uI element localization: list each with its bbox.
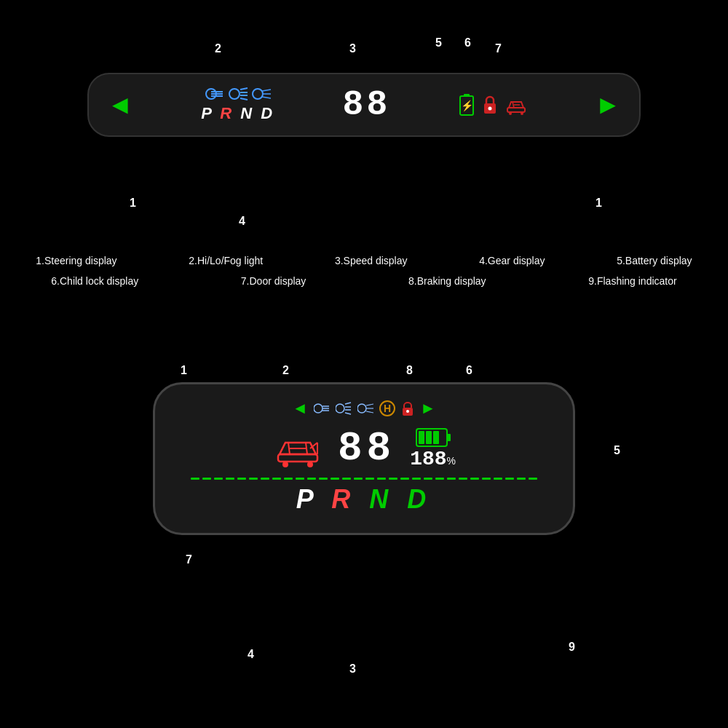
bottom-headlight-hi bbox=[336, 402, 352, 415]
svg-rect-14 bbox=[464, 94, 470, 97]
top-status-icons: ⚡ bbox=[459, 93, 527, 116]
svg-rect-18 bbox=[507, 108, 525, 112]
bottom-label-8: 8 bbox=[406, 364, 413, 377]
bottom-label-2: 2 bbox=[282, 364, 289, 377]
top-label-3: 3 bbox=[349, 42, 356, 55]
svg-line-12 bbox=[262, 97, 271, 98]
bottom-battery-icon bbox=[416, 427, 451, 448]
top-left-arrow: ◄ bbox=[107, 92, 133, 118]
top-speed-section: 88 bbox=[343, 85, 391, 124]
headlight-hi-icon bbox=[229, 87, 248, 101]
bottom-label-3: 3 bbox=[349, 662, 356, 676]
svg-rect-48 bbox=[419, 431, 424, 444]
door-car-icon bbox=[505, 95, 527, 115]
bottom-battery-value: 188 % bbox=[410, 448, 456, 470]
feature-light: 2.Hi/Lo/Fog light bbox=[189, 255, 263, 266]
headlight-lo-icon bbox=[205, 87, 224, 101]
svg-line-33 bbox=[366, 404, 373, 405]
top-right-arrow: ► bbox=[595, 92, 621, 118]
bottom-label-7: 7 bbox=[186, 553, 192, 566]
top-label-4: 4 bbox=[239, 215, 245, 228]
feature-braking: 8.Braking display bbox=[408, 275, 486, 287]
svg-line-35 bbox=[366, 411, 373, 413]
top-label-1-left: 1 bbox=[130, 197, 136, 210]
feature-door: 7.Door display bbox=[241, 275, 306, 287]
svg-point-23 bbox=[314, 404, 323, 413]
bottom-headlight-lo bbox=[314, 402, 330, 415]
top-label-6: 6 bbox=[464, 36, 471, 50]
svg-point-32 bbox=[357, 404, 366, 413]
svg-rect-38 bbox=[278, 454, 317, 462]
svg-line-8 bbox=[240, 98, 248, 100]
svg-point-17 bbox=[488, 107, 491, 111]
bottom-speed-digits: 88 bbox=[338, 425, 395, 472]
svg-point-4 bbox=[229, 89, 240, 99]
svg-point-40 bbox=[307, 462, 313, 467]
bottom-brake-icon: H bbox=[379, 400, 395, 416]
battery-charging-icon: ⚡ bbox=[459, 93, 475, 116]
child-lock-icon bbox=[482, 95, 498, 115]
svg-line-5 bbox=[240, 88, 248, 90]
features-row-1: 1.Steering display 2.Hi/Lo/Fog light 3.S… bbox=[0, 255, 728, 266]
svg-point-9 bbox=[253, 89, 263, 99]
top-gear-prnd: P R N D bbox=[201, 104, 274, 123]
bottom-label-9: 9 bbox=[569, 641, 575, 654]
bottom-left-arrow: ◄ bbox=[292, 399, 308, 418]
feature-gear: 4.Gear display bbox=[479, 255, 545, 266]
bottom-lock-icon bbox=[401, 400, 414, 416]
svg-point-20 bbox=[521, 112, 523, 115]
svg-point-37 bbox=[406, 410, 409, 413]
svg-line-10 bbox=[262, 90, 271, 91]
bottom-main-content: 88 188 % bbox=[177, 425, 551, 472]
top-speed-digits: 88 bbox=[343, 85, 391, 124]
light-icons-row bbox=[205, 87, 271, 101]
svg-text:⚡: ⚡ bbox=[460, 100, 473, 112]
svg-line-43 bbox=[306, 443, 307, 454]
features-row-2: 6.Child lock display 7.Door display 8.Br… bbox=[0, 275, 728, 287]
bottom-hud-display: ◄ bbox=[153, 382, 575, 535]
features-section: 1.Steering display 2.Hi/Lo/Fog light 3.S… bbox=[0, 255, 728, 296]
svg-line-31 bbox=[345, 413, 351, 414]
top-label-2: 2 bbox=[215, 42, 221, 55]
top-label-1-right: 1 bbox=[596, 197, 602, 210]
feature-speed: 3.Speed display bbox=[335, 255, 408, 266]
bottom-label-6: 6 bbox=[466, 364, 472, 377]
bottom-display-wrapper: ◄ bbox=[153, 382, 575, 535]
svg-line-21 bbox=[513, 102, 514, 108]
svg-line-41 bbox=[288, 443, 290, 454]
top-label-7: 7 bbox=[495, 42, 502, 55]
svg-rect-47 bbox=[447, 434, 451, 441]
bottom-battery-section: 188 % bbox=[410, 427, 456, 470]
bottom-label-1: 1 bbox=[181, 364, 187, 377]
feature-battery: 5.Battery display bbox=[617, 255, 692, 266]
bottom-icon-row: ◄ bbox=[177, 399, 551, 418]
bottom-fog-icon bbox=[357, 402, 373, 415]
dashed-indicator-line bbox=[177, 478, 551, 480]
svg-point-39 bbox=[282, 462, 288, 467]
bottom-label-5: 5 bbox=[614, 444, 620, 457]
feature-steering: 1.Steering display bbox=[36, 255, 116, 266]
svg-rect-49 bbox=[426, 431, 432, 444]
svg-point-27 bbox=[336, 404, 344, 413]
feature-flashing: 9.Flashing indicator bbox=[588, 275, 676, 287]
bottom-gear-display: P R N D bbox=[177, 484, 551, 515]
svg-rect-50 bbox=[433, 431, 439, 444]
svg-point-19 bbox=[509, 112, 512, 115]
bottom-right-arrow: ► bbox=[420, 399, 436, 418]
top-label-5: 5 bbox=[435, 36, 442, 50]
fog-light-icon bbox=[252, 87, 271, 101]
top-lights-gear: P R N D bbox=[201, 87, 274, 123]
feature-childlock: 6.Child lock display bbox=[51, 275, 138, 287]
bottom-car-icon bbox=[272, 427, 323, 470]
top-hud-display: ◄ bbox=[87, 73, 641, 137]
bottom-label-4: 4 bbox=[248, 648, 254, 661]
svg-line-28 bbox=[345, 403, 351, 404]
